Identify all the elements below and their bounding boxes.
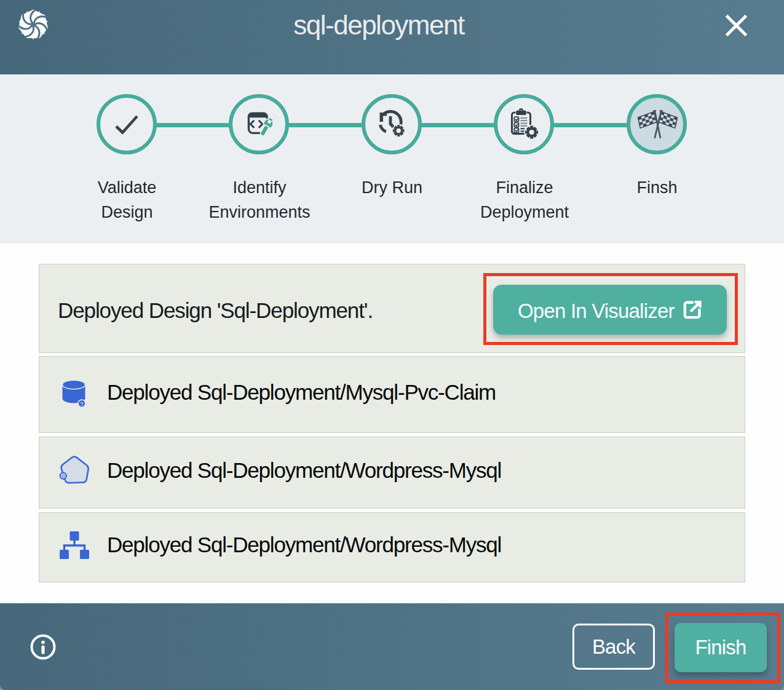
svg-text:?: ?	[80, 400, 83, 407]
